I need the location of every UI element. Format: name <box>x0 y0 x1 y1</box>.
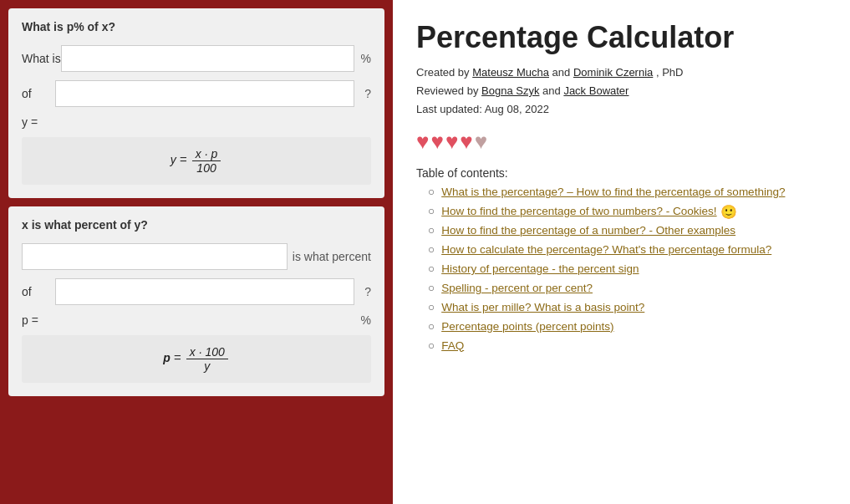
question-suffix-2: ? <box>359 285 371 298</box>
result-label-2: p = <box>22 313 38 327</box>
toc-link-1[interactable]: What is the percentage? – How to find th… <box>441 185 785 201</box>
result-label-1: y = <box>22 115 38 129</box>
toc-list: What is the percentage? – How to find th… <box>416 185 827 354</box>
formula-box-1: y = x · p 100 <box>22 137 371 185</box>
and1: and <box>552 66 571 79</box>
hearts-row: ♥ ♥ ♥ ♥ ♥ <box>416 129 827 155</box>
toc-item: FAQ <box>416 339 827 354</box>
toc-link-8[interactable]: Percentage points (percent points) <box>441 319 613 335</box>
and2: and <box>542 84 561 97</box>
fraction-1: x · p 100 <box>192 147 221 175</box>
created-by-line: Created by Mateusz Mucha and Dominik Cze… <box>416 64 827 82</box>
toc-item: Spelling - percent or per cent? <box>416 281 827 297</box>
reviewed-by-line: Reviewed by Bogna Szyk and Jack Bowater <box>416 82 827 100</box>
denominator-1: 100 <box>193 161 219 175</box>
created-by-prefix: Created by <box>416 66 470 79</box>
x-input-2[interactable] <box>22 243 288 270</box>
equals-sign-1: = <box>180 152 191 166</box>
formula-box-2: p = x · 100 y <box>22 335 371 383</box>
card1-title: What is p% of x? <box>22 20 371 33</box>
reviewer2-link[interactable]: Jack Bowater <box>563 84 629 97</box>
author2-link[interactable]: Dominik Czernia <box>573 66 653 79</box>
phd: , PhD <box>656 66 684 79</box>
of-label-2: of <box>22 285 55 298</box>
toc-item: Percentage points (percent points) <box>416 319 827 335</box>
toc-link-5[interactable]: History of percentage - the percent sign <box>441 262 639 277</box>
cookie-emoji: 🙂 <box>720 204 737 220</box>
numerator-1: x · p <box>192 147 221 161</box>
toc-link-4[interactable]: How to calculate the percentage? What's … <box>441 242 771 258</box>
denominator-2: y <box>201 359 213 373</box>
toc-label: Table of contents: <box>416 166 827 180</box>
toc-link-3[interactable]: How to find the percentage of a number? … <box>441 223 735 239</box>
heart-3: ♥ <box>445 129 458 155</box>
calc-card-2: x is what percent of y? is what percent … <box>8 206 384 396</box>
reviewed-by-prefix: Reviewed by <box>416 84 478 97</box>
right-panel: Percentage Calculator Created by Mateusz… <box>393 0 850 504</box>
last-updated-line: Last updated: Aug 08, 2022 <box>416 100 827 119</box>
heart-5: ♥ <box>475 129 487 155</box>
question-suffix-1: ? <box>359 87 371 100</box>
toc-link-6[interactable]: Spelling - percent or per cent? <box>441 281 593 297</box>
page-title: Percentage Calculator <box>416 20 827 55</box>
what-is-label: What is <box>22 52 61 65</box>
result-row-2: p = % <box>22 313 371 327</box>
of-row-1: of ? <box>22 80 371 107</box>
toc-link-2[interactable]: How to find the percentage of two number… <box>441 204 716 220</box>
toc-item: History of percentage - the percent sign <box>416 262 827 277</box>
toc-item: How to find the percentage of two number… <box>416 204 827 220</box>
result-row-1: y = <box>22 115 371 129</box>
of-input-2[interactable] <box>55 278 354 305</box>
formula-lhs-2: p <box>163 351 171 364</box>
fraction-2: x · 100 y <box>186 345 228 373</box>
calc-card-1: What is p% of x? What is % of ? y = y = … <box>8 8 384 198</box>
reviewer1-link[interactable]: Bogna Szyk <box>481 84 539 97</box>
left-panel: What is p% of x? What is % of ? y = y = … <box>0 0 393 504</box>
what-is-row: What is % <box>22 45 371 72</box>
of-row-2: of ? <box>22 278 371 305</box>
percent-suffix-2: % <box>359 313 371 327</box>
heart-2: ♥ <box>430 129 443 155</box>
toc-item: How to find the percentage of a number? … <box>416 223 827 239</box>
author1-link[interactable]: Mateusz Mucha <box>472 66 549 79</box>
of-input-1[interactable] <box>55 80 354 107</box>
numerator-2: x · 100 <box>186 345 228 359</box>
last-updated-text: Last updated: Aug 08, 2022 <box>416 103 549 115</box>
what-percent-row: is what percent <box>22 243 371 270</box>
toc-item: How to calculate the percentage? What's … <box>416 242 827 258</box>
toc-link-9[interactable]: FAQ <box>441 339 464 354</box>
card2-title: x is what percent of y? <box>22 218 371 232</box>
toc-item: What is per mille? What is a basis point… <box>416 300 827 316</box>
equals-sign-2: = <box>174 350 185 364</box>
heart-4: ♥ <box>460 129 472 155</box>
is-what-percent-suffix: is what percent <box>293 250 371 263</box>
percent-input-1[interactable] <box>61 45 354 72</box>
heart-1: ♥ <box>416 129 429 155</box>
percent-suffix-1: % <box>359 52 371 65</box>
of-label-1: of <box>22 87 55 100</box>
formula-lhs-1: y <box>171 153 176 166</box>
toc-item: What is the percentage? – How to find th… <box>416 185 827 201</box>
toc-link-7[interactable]: What is per mille? What is a basis point… <box>441 300 644 316</box>
